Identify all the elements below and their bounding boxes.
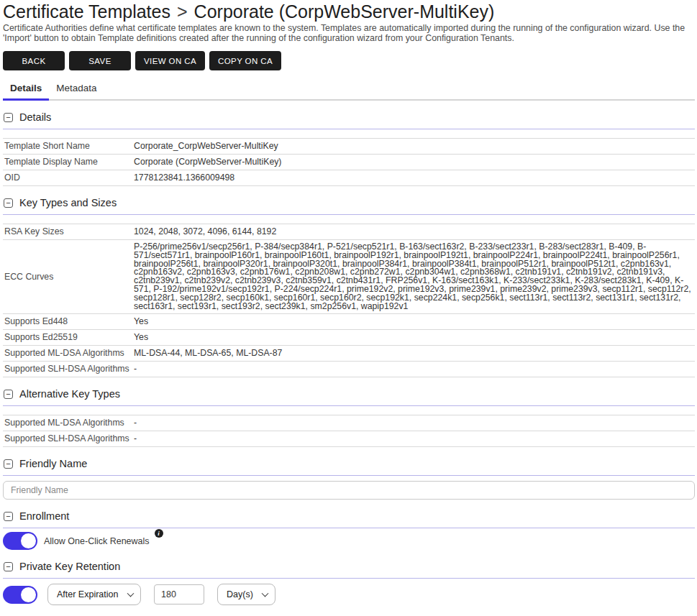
row-label: Supported ML-DSA Algorithms [3, 418, 134, 428]
friendly-name-input[interactable] [3, 481, 695, 500]
tab-metadata[interactable]: Metadata [49, 81, 104, 99]
section-key-types-title: Key Types and Sizes [19, 197, 117, 208]
row-value: Yes [134, 317, 151, 326]
tab-bar: Details Metadata [3, 81, 695, 101]
retention-mode-select[interactable]: After Expiration [47, 584, 141, 605]
toggle-knob [21, 533, 36, 548]
enrollment-toggle-row: Allow One-Click Renewals i [3, 532, 695, 550]
table-row: ECC Curves P-256/prime256v1/secp256r1, P… [3, 240, 695, 314]
row-value: ML-DSA-44, ML-DSA-65, ML-DSA-87 [134, 349, 285, 358]
row-label: Template Display Name [3, 157, 134, 167]
copy-on-ca-button[interactable]: COPY ON CA [209, 51, 281, 70]
breadcrumb-root[interactable]: Certificate Templates [3, 1, 170, 22]
page: Certificate Templates>Corporate (CorpWeb… [0, 0, 697, 616]
alternative-key-types-table: Supported ML-DSA Algorithms - Supported … [3, 415, 695, 447]
table-row: Supports Ed448 Yes [3, 314, 695, 330]
row-value: - [134, 418, 140, 428]
section-private-key-retention-header[interactable]: − Private Key Retention [3, 561, 695, 579]
back-button[interactable]: BACK [3, 51, 65, 70]
section-alternative-key-types-header[interactable]: − Alternative Key Types [3, 388, 695, 406]
row-label: RSA Key Sizes [3, 227, 134, 236]
view-on-ca-button[interactable]: VIEW ON CA [135, 51, 205, 70]
section-enrollment-header[interactable]: − Enrollment [3, 510, 695, 528]
table-row: OID 1778123841.1366009498 [3, 170, 695, 186]
section-details-title: Details [19, 111, 51, 123]
section-details-header[interactable]: − Details [3, 111, 695, 129]
retention-unit-select-wrap: Day(s) [217, 584, 275, 605]
retention-mode-select-wrap: After Expiration [47, 584, 141, 605]
row-value: Corporate (CorpWebServer-MultiKey) [134, 157, 284, 167]
table-row: Supported ML-DSA Algorithms - [3, 415, 695, 431]
retention-unit-select[interactable]: Day(s) [217, 584, 275, 605]
breadcrumb-separator: > [177, 1, 188, 22]
minus-glyph: − [6, 563, 10, 571]
collapse-minus-icon[interactable]: − [4, 198, 13, 208]
section-key-types-header[interactable]: − Key Types and Sizes [3, 197, 695, 215]
toggle-label: Allow One-Click Renewals [44, 536, 150, 546]
row-label: Supported ML-DSA Algorithms [3, 349, 134, 358]
row-label: Supported SLH-DSA Algorithms [3, 364, 134, 374]
row-value: 1778123841.1366009498 [134, 173, 237, 183]
collapse-minus-icon[interactable]: − [4, 113, 13, 122]
minus-glyph: − [6, 390, 10, 398]
details-table: Template Short Name Corporate_CorpWebSer… [3, 138, 695, 186]
tab-details[interactable]: Details [3, 81, 49, 99]
row-label: Supported SLH-DSA Algorithms [3, 434, 134, 443]
section-friendly-name-title: Friendly Name [19, 458, 87, 469]
private-key-retention-controls: After Expiration Day(s) [3, 584, 695, 605]
section-enrollment-title: Enrollment [19, 510, 69, 522]
collapse-minus-icon[interactable]: − [4, 562, 13, 571]
collapse-minus-icon[interactable]: − [4, 459, 13, 469]
minus-glyph: − [6, 460, 10, 468]
retention-amount-input[interactable] [154, 584, 204, 604]
row-label: ECC Curves [3, 272, 134, 282]
collapse-minus-icon[interactable]: − [4, 390, 13, 399]
row-value: - [134, 434, 140, 443]
key-types-table: RSA Key Sizes 1024, 2048, 3072, 4096, 61… [3, 224, 695, 377]
row-label: Supports Ed25519 [3, 333, 134, 342]
table-row: Supported SLH-DSA Algorithms - [3, 431, 695, 447]
page-description: Certificate Authorities define what cert… [3, 24, 695, 43]
table-row: Template Short Name Corporate_CorpWebSer… [3, 139, 695, 155]
table-row: Supports Ed25519 Yes [3, 330, 695, 346]
table-row: Template Display Name Corporate (CorpWeb… [3, 155, 695, 170]
save-button[interactable]: SAVE [69, 51, 131, 70]
minus-glyph: − [6, 512, 10, 520]
breadcrumb-current: Corporate (CorpWebServer-MultiKey) [194, 1, 495, 22]
row-label: OID [3, 173, 134, 183]
row-value: 1024, 2048, 3072, 4096, 6144, 8192 [134, 227, 279, 236]
row-value: Corporate_CorpWebServer-MultiKey [134, 142, 281, 151]
toolbar: BACK SAVE VIEW ON CA COPY ON CA [3, 51, 695, 70]
private-key-retention-toggle[interactable] [3, 586, 37, 604]
collapse-minus-icon[interactable]: − [4, 512, 13, 521]
row-value: - [134, 364, 140, 374]
row-value: Yes [134, 333, 151, 342]
row-label: Template Short Name [3, 142, 134, 151]
info-icon[interactable]: i [155, 529, 163, 538]
row-label: Supports Ed448 [3, 317, 134, 326]
table-row: Supported SLH-DSA Algorithms - [3, 362, 695, 377]
page-title: Certificate Templates>Corporate (CorpWeb… [3, 1, 695, 22]
row-value: P-256/prime256v1/secp256r1, P-384/secp38… [134, 243, 695, 311]
toggle-knob [21, 587, 36, 602]
allow-one-click-renewals-toggle[interactable] [3, 532, 37, 550]
table-row: RSA Key Sizes 1024, 2048, 3072, 4096, 61… [3, 224, 695, 240]
table-row: Supported ML-DSA Algorithms ML-DSA-44, M… [3, 346, 695, 362]
section-friendly-name-header[interactable]: − Friendly Name [3, 458, 695, 476]
minus-glyph: − [6, 199, 10, 207]
minus-glyph: − [6, 114, 10, 121]
section-alternative-key-types-title: Alternative Key Types [19, 388, 120, 400]
section-private-key-retention-title: Private Key Retention [19, 561, 120, 572]
